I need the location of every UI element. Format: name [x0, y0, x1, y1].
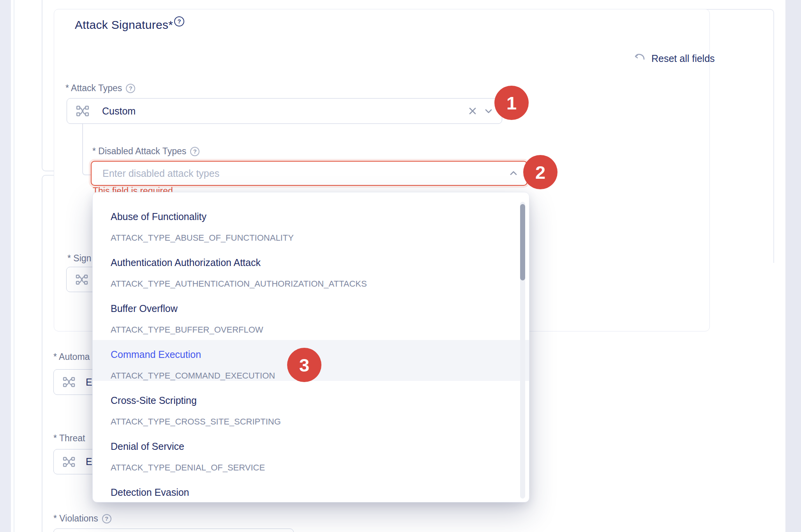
dropdown-item-code: ATTACK_TYPE_ABUSE_OF_FUNCTIONALITY	[111, 233, 529, 243]
dropdown-item-code: ATTACK_TYPE_BUFFER_OVERFLOW	[111, 325, 529, 335]
required-asterisk: *	[168, 18, 173, 31]
attack-types-dropdown-panel: Abuse of FunctionalityATTACK_TYPE_ABUSE_…	[92, 192, 529, 502]
dropdown-item-code: ATTACK_TYPE_CROSS_SITE_SCRIPTING	[111, 417, 529, 427]
reset-all-fields-label: Reset all fields	[651, 53, 715, 64]
question-circle-icon[interactable]: ?	[190, 147, 199, 156]
question-circle-icon[interactable]: ?	[102, 514, 111, 523]
app-firewall-form-page: Attack Signatures*? Reset all fields * A…	[0, 0, 801, 532]
clear-icon[interactable]	[468, 106, 478, 116]
dropdown-item-name: Abuse of Functionality	[111, 210, 529, 223]
undo-arrow-icon	[633, 51, 646, 65]
question-circle-icon[interactable]: ?	[126, 84, 135, 93]
custom-matcher-icon	[76, 104, 90, 118]
annotation-badge-3: 3	[287, 348, 321, 382]
dropdown-item-name: Denial of Service	[111, 440, 529, 453]
right-scrollbar-gutter[interactable]	[785, 0, 801, 532]
dropdown-item[interactable]: Authentication Authorization AttackATTAC…	[93, 248, 529, 289]
dropdown-item[interactable]: Abuse of FunctionalityATTACK_TYPE_ABUSE_…	[93, 202, 529, 243]
dropdown-item[interactable]: Detection Evasion	[93, 478, 529, 502]
custom-matcher-icon	[62, 455, 76, 469]
signature-label-partial: * Sign	[67, 253, 91, 264]
dropdown-item-code: ATTACK_TYPE_COMMAND_EXECUTION	[111, 371, 529, 381]
dropdown-item-name: Authentication Authorization Attack	[111, 256, 529, 269]
chevron-up-icon[interactable]	[508, 168, 519, 179]
page-title: Attack Signatures*?	[75, 16, 184, 32]
violations-select-partial[interactable]	[53, 528, 294, 532]
dropdown-item-code: ATTACK_TYPE_DENIAL_OF_SERVICE	[111, 463, 529, 473]
automation-value-partial: E	[86, 377, 92, 388]
chevron-down-icon[interactable]	[483, 106, 494, 116]
reset-all-fields-button[interactable]: Reset all fields	[633, 51, 715, 65]
dropdown-item[interactable]: Denial of ServiceATTACK_TYPE_DENIAL_OF_S…	[93, 432, 529, 473]
disabled-attack-types-input[interactable]: Enter disabled attack types	[91, 161, 528, 186]
dropdown-item[interactable]: Cross-Site ScriptingATTACK_TYPE_CROSS_SI…	[93, 386, 529, 427]
panel-left-border	[14, 0, 14, 532]
annotation-badge-1: 1	[494, 86, 529, 120]
threat-label-partial: * Threat	[53, 433, 85, 444]
violations-label: * Violations ?	[53, 513, 111, 524]
automation-label-partial: * Automa	[53, 352, 90, 362]
left-gutter	[0, 0, 11, 532]
dropdown-item-code: ATTACK_TYPE_AUTHENTICATION_AUTHORIZATION…	[111, 279, 529, 289]
custom-matcher-icon	[62, 375, 76, 389]
dropdown-item[interactable]: Buffer OverflowATTACK_TYPE_BUFFER_OVERFL…	[93, 294, 529, 335]
attack-types-select[interactable]: Custom	[67, 98, 502, 124]
dropdown-item-name: Buffer Overflow	[111, 302, 529, 315]
dropdown-item-name: Detection Evasion	[111, 486, 529, 499]
annotation-badge-2: 2	[523, 155, 558, 189]
help-icon[interactable]: ?	[174, 16, 184, 26]
threat-value-partial: E	[86, 456, 92, 467]
custom-matcher-icon	[75, 273, 88, 286]
disabled-attack-types-placeholder: Enter disabled attack types	[102, 168, 219, 179]
disabled-attack-types-label: * Disabled Attack Types ?	[92, 146, 199, 157]
attack-types-label: * Attack Types ?	[65, 83, 135, 93]
page-title-text: Attack Signatures	[75, 18, 168, 31]
attack-types-value: Custom	[102, 106, 136, 117]
dropdown-scrollbar-thumb[interactable]	[520, 204, 525, 280]
dropdown-item-name: Cross-Site Scripting	[111, 394, 529, 407]
